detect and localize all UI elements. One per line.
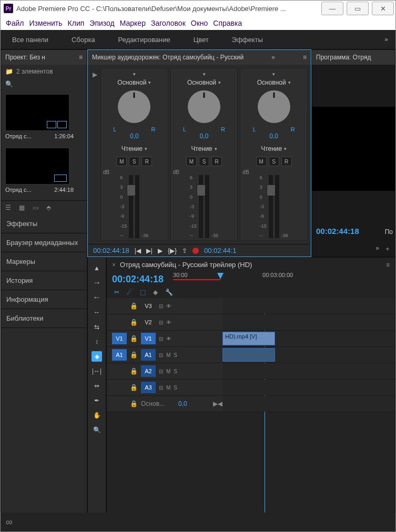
freeform-view-icon[interactable]: ▭ (33, 204, 42, 211)
channel-output-dropdown[interactable]: Основной▾ (114, 78, 154, 87)
channel-dropdown[interactable]: ▾ (269, 70, 278, 78)
solo-button[interactable]: S (199, 157, 209, 166)
lock-icon[interactable]: 🔒 (130, 302, 138, 310)
panel-media-browser[interactable]: Браузер медиаданных (1, 233, 87, 252)
video-clip[interactable]: HD).mp4 [V] (222, 332, 275, 345)
slip-tool-icon[interactable]: |↔| (92, 366, 102, 376)
time-ruler[interactable]: 30:00 00:03:00:00 (173, 272, 390, 287)
add-marker-icon[interactable]: ⬚ (140, 289, 146, 296)
toggle-sync-icon[interactable]: ⊟ (159, 320, 163, 325)
marker-icon[interactable]: ◆ (153, 289, 158, 296)
project-item-1[interactable]: Отряд с... 2:44:18 (5, 148, 74, 193)
toggle-sync-icon[interactable]: ⊟ (159, 336, 163, 342)
creative-cloud-icon[interactable]: ∞ (6, 517, 13, 528)
program-overflow[interactable]: » (375, 244, 379, 253)
panel-history[interactable]: История (1, 271, 87, 290)
menu-edit[interactable]: Изменить (29, 19, 62, 27)
mixer-panel-menu[interactable]: ≡ (303, 54, 307, 61)
workspace-all[interactable]: Все панели (1, 30, 60, 49)
zoom-tool-icon[interactable]: 🔍 (92, 425, 102, 435)
menu-title[interactable]: Заголовок (151, 19, 186, 27)
volume-fader[interactable] (129, 175, 133, 238)
menu-window[interactable]: Окно (191, 19, 208, 27)
loop-icon[interactable]: ▶◀ (213, 400, 222, 407)
solo-track[interactable]: S (174, 369, 177, 374)
workspace-effects[interactable]: Эффекты (220, 30, 275, 49)
master-value[interactable]: 0,0 (178, 400, 187, 407)
pen-tool-icon[interactable]: ✒ (92, 395, 102, 406)
record-button[interactable]: R (211, 157, 222, 166)
automation-mode-dropdown[interactable]: Чтение▾ (118, 144, 150, 154)
ripple-edit-icon[interactable]: ↔ (92, 307, 102, 318)
razor-tool-icon[interactable]: ◈ (92, 351, 102, 362)
toggle-sync-icon[interactable]: ⊟ (159, 352, 163, 358)
mute-button[interactable]: M (116, 157, 127, 166)
lock-icon[interactable]: 🔒 (130, 367, 138, 375)
pan-knob[interactable] (118, 90, 150, 123)
pan-value[interactable]: 0,0 (130, 132, 139, 140)
source-a1[interactable]: A1 (112, 349, 127, 361)
menu-marker[interactable]: Маркер (120, 19, 146, 27)
target-v1[interactable]: V1 (141, 333, 156, 344)
lock-icon[interactable]: 🔒 (130, 335, 138, 342)
linked-selection-icon[interactable]: ☄ (127, 289, 133, 296)
list-view-icon[interactable]: ☰ (5, 204, 15, 211)
pan-knob[interactable] (188, 90, 220, 123)
toggle-output-icon[interactable]: 👁 (166, 320, 171, 325)
channel-output-dropdown[interactable]: Основной▾ (184, 78, 224, 87)
workspace-color[interactable]: Цвет (182, 30, 220, 49)
channel-dropdown[interactable]: ▾ (200, 70, 209, 78)
snap-icon[interactable]: ✂ (114, 289, 119, 296)
lock-icon[interactable]: 🔒 (130, 351, 138, 359)
project-panel-menu[interactable]: ≡ (79, 54, 83, 61)
record-icon[interactable] (192, 248, 199, 254)
close-button[interactable]: ✕ (372, 2, 394, 15)
record-button[interactable]: R (141, 157, 152, 166)
audio-clip[interactable] (222, 348, 275, 362)
timeline-panel-menu[interactable]: ≡ (386, 261, 390, 269)
transport-tc-left[interactable]: 00:02:44:18 (93, 247, 129, 254)
toggle-sync-icon[interactable]: ⊟ (159, 385, 163, 391)
mixer-overflow[interactable]: » (271, 54, 275, 61)
maximize-button[interactable]: ▭ (347, 2, 369, 15)
target-a1[interactable]: A1 (141, 349, 156, 361)
search-icon[interactable]: 🔍 (5, 80, 13, 88)
export-icon[interactable]: ⇪ (182, 247, 187, 254)
menu-file[interactable]: Файл (6, 19, 24, 27)
mixer-expand-icon[interactable]: ▶ (93, 71, 97, 78)
rate-stretch-icon[interactable]: ↕ (92, 336, 102, 347)
sort-icon[interactable]: ⬘ (46, 204, 56, 211)
loop-icon[interactable]: {▶} (168, 247, 177, 254)
mute-track[interactable]: M (166, 369, 170, 374)
settings-icon[interactable]: 🔧 (165, 289, 173, 296)
program-add-button[interactable]: ＋ (384, 244, 391, 253)
mute-track[interactable]: M (166, 352, 170, 358)
toggle-output-icon[interactable]: 👁 (166, 336, 171, 342)
slide-tool-icon[interactable]: ⇔ (92, 381, 102, 391)
minimize-button[interactable]: — (321, 2, 343, 15)
program-timecode[interactable]: 00:02:44:18 (316, 227, 359, 236)
lock-icon[interactable]: 🔒 (130, 400, 138, 407)
record-button[interactable]: R (281, 157, 292, 166)
menu-clip[interactable]: Клип (68, 19, 85, 27)
workspace-overflow[interactable]: » (377, 36, 395, 43)
track-select-backward-icon[interactable]: ⤌ (92, 292, 102, 303)
pan-knob[interactable] (258, 90, 290, 123)
playhead-handle[interactable] (217, 273, 224, 279)
project-item-0[interactable]: Отряд с... 1:26:04 (5, 94, 74, 139)
lock-icon[interactable]: 🔒 (130, 384, 138, 391)
source-v1[interactable]: V1 (112, 333, 127, 344)
channel-dropdown[interactable]: ▾ (130, 70, 139, 78)
panel-libraries[interactable]: Библиотеки (1, 309, 87, 328)
lock-icon[interactable]: 🔒 (130, 319, 138, 326)
automation-mode-dropdown[interactable]: Чтение▾ (258, 144, 290, 154)
menu-help[interactable]: Справка (213, 19, 242, 27)
rolling-edit-icon[interactable]: ⇆ (92, 322, 102, 332)
mute-track[interactable]: M (166, 385, 170, 391)
solo-button[interactable]: S (129, 157, 139, 166)
program-monitor[interactable] (312, 107, 395, 191)
track-select-forward-icon[interactable]: ⤍ (92, 278, 102, 288)
solo-track[interactable]: S (174, 385, 177, 391)
hand-tool-icon[interactable]: ✋ (92, 410, 102, 421)
workspace-assembly[interactable]: Сборка (60, 30, 107, 49)
